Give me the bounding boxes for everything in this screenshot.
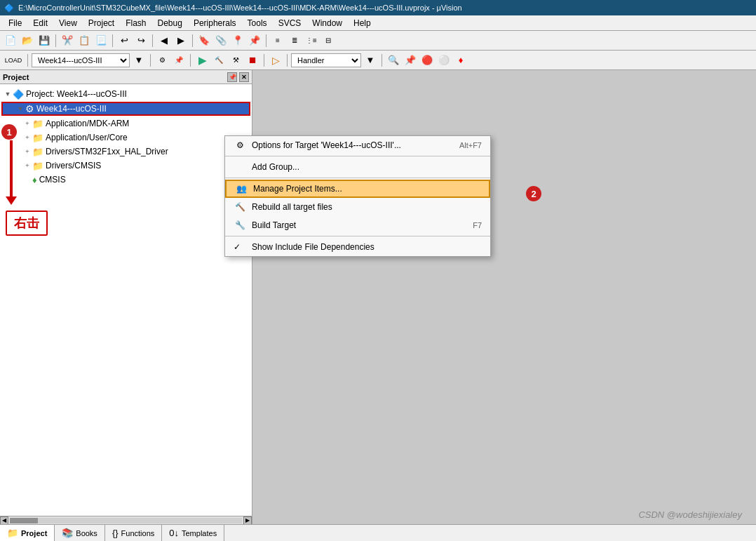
nav-back-btn[interactable]: ◀ (156, 33, 172, 48)
ctx-build[interactable]: 🔧 Build Target F7 (225, 216, 490, 234)
toolbar2: LOAD Week14---ucOS-III ▼ ⚙ 📌 ▶ 🔨 ⚒ ⏹ ▷ H… (0, 51, 756, 70)
save-btn[interactable]: 💾 (36, 33, 52, 48)
project-icon: 🔷 (13, 89, 24, 100)
menu-help[interactable]: Help (348, 17, 377, 29)
bookmark-btn[interactable]: 🔖 (196, 33, 212, 48)
menu-file[interactable]: File (3, 17, 27, 29)
extra-btn2[interactable]: 📌 (403, 53, 418, 68)
handler-arrow-btn[interactable]: ▼ (363, 53, 378, 68)
menu-tools[interactable]: Tools (242, 17, 273, 29)
sep7 (150, 54, 151, 67)
tree-group-2[interactable]: + 📁 Drivers/STM32F1xx_HAL_Driver (0, 145, 252, 159)
scroll-track[interactable] (10, 518, 242, 523)
sep2 (112, 34, 113, 47)
status-tab-books[interactable]: 📚 Books (55, 525, 105, 541)
right-click-label: 右击 (6, 211, 48, 236)
bookmark3-btn[interactable]: 📍 (230, 33, 245, 48)
project-tab-icon: 📁 (7, 528, 18, 538)
handler-dropdown[interactable]: Handler (291, 53, 361, 67)
target-icon: ⚙ (25, 103, 34, 114)
undo-btn[interactable]: ↩ (116, 33, 132, 48)
dropdown-arrow-btn[interactable]: ▼ (131, 53, 147, 68)
ctx-rebuild[interactable]: 🔨 Rebuild all target files (225, 198, 490, 216)
status-tab-project[interactable]: 📁 Project (0, 525, 55, 541)
sep4 (192, 34, 193, 47)
build3-btn[interactable]: ⚒ (228, 53, 243, 68)
menu-project[interactable]: Project (83, 17, 120, 29)
extra-btn3[interactable]: 🔴 (419, 53, 435, 68)
extra-btn5[interactable]: ♦ (453, 53, 468, 68)
annotation-arrow (6, 140, 17, 205)
tree-group-3[interactable]: + 📁 Drivers/CMSIS (0, 159, 252, 173)
functions-tab-icon: {} (112, 528, 119, 538)
build-target-btn[interactable]: ▶ (194, 53, 210, 68)
paste-btn[interactable]: 📃 (93, 33, 109, 48)
debug-start-btn[interactable]: ▷ (268, 53, 283, 68)
target-dropdown[interactable]: Week14---ucOS-III (32, 53, 130, 67)
status-tab-functions[interactable]: {} Functions (105, 525, 162, 541)
folder-icon-1: 📁 (32, 133, 43, 143)
extra-btn4[interactable]: ⚪ (436, 53, 452, 68)
tb-extra1[interactable]: ≡ (270, 33, 285, 48)
menu-window[interactable]: Window (306, 17, 348, 29)
tb-extra3[interactable]: ⋮≡ (304, 33, 319, 48)
tb-extra4[interactable]: ⊟ (320, 33, 336, 48)
tree-group-1[interactable]: + 📁 Application/User/Core (0, 131, 252, 145)
options-icon: ⚙ (234, 139, 246, 152)
sep6 (27, 54, 28, 67)
manage-icon: 👥 (235, 182, 248, 195)
project-scrollbar[interactable]: ◀ ▶ (0, 516, 252, 524)
status-bar: 📁 Project 📚 Books {} Functions 0↓ Templa… (0, 524, 756, 541)
project-panel-title: Project (3, 73, 29, 81)
title-bar: 🔷 E:\MicroControllerUnit\STM32CubeMX_fil… (0, 0, 756, 15)
project-tree: ▼ 🔷 Project: Week14---ucOS-III ▼ ⚙ Week1… (0, 84, 252, 516)
bookmark2-btn[interactable]: 📎 (213, 33, 229, 48)
ctx-options[interactable]: ⚙ Options for Target 'Week14---ucOS-III'… (225, 136, 490, 154)
ctx-add-group[interactable]: Add Group... (225, 158, 490, 176)
stop-btn[interactable]: ⏹ (245, 53, 260, 68)
add-group-icon (234, 161, 246, 173)
tree-root[interactable]: ▼ 🔷 Project: Week14---ucOS-III (0, 87, 252, 101)
new-file-btn[interactable]: 📄 (3, 33, 18, 48)
books-tab-icon: 📚 (62, 528, 73, 538)
menu-flash[interactable]: Flash (120, 17, 151, 29)
pin-panel-btn[interactable]: 📌 (227, 72, 237, 82)
expand-icon: ▼ (3, 91, 13, 98)
extra-btn1[interactable]: 🔍 (386, 53, 401, 68)
open-btn[interactable]: 📂 (20, 33, 35, 48)
app-icon: 🔷 (4, 4, 14, 13)
scroll-right-btn[interactable]: ▶ (243, 516, 252, 525)
scroll-thumb[interactable] (10, 518, 38, 523)
menu-view[interactable]: View (53, 17, 83, 29)
ctx-show-deps[interactable]: ✓ Show Include File Dependencies (225, 238, 490, 256)
status-tab-templates[interactable]: 0↓ Templates (162, 525, 224, 541)
sep9 (264, 54, 264, 67)
target-name: Week14---ucOS-III (36, 104, 107, 114)
redo-btn[interactable]: ↪ (133, 33, 149, 48)
sep10 (287, 54, 288, 67)
cut-btn[interactable]: ✂️ (60, 33, 75, 48)
menu-svcs[interactable]: SVCS (273, 17, 307, 29)
pin-btn[interactable]: 📌 (171, 53, 187, 68)
bookmark4-btn[interactable]: 📌 (247, 33, 262, 48)
tree-target[interactable]: ▼ ⚙ Week14---ucOS-III (1, 102, 250, 116)
load-btn[interactable]: LOAD (3, 53, 24, 68)
build2-btn[interactable]: 🔨 (211, 53, 227, 68)
watermark: CSDN @wodeshijiexialey (638, 509, 742, 520)
tree-group-4[interactable]: ♦ CMSIS (0, 173, 252, 187)
menu-edit[interactable]: Edit (27, 17, 53, 29)
nav-fwd-btn[interactable]: ▶ (173, 33, 189, 48)
group-name-3: Drivers/CMSIS (46, 161, 101, 171)
badge-1: 1 (1, 124, 17, 140)
close-panel-btn[interactable]: ✕ (239, 72, 249, 82)
context-menu: ⚙ Options for Target 'Week14---ucOS-III'… (224, 135, 491, 257)
copy-btn[interactable]: 📋 (76, 33, 92, 48)
menu-peripherals[interactable]: Peripherals (188, 17, 242, 29)
menu-debug[interactable]: Debug (152, 17, 188, 29)
tb-extra2[interactable]: ≣ (287, 33, 302, 48)
ctx-manage[interactable]: 👥 Manage Project Items... (225, 180, 490, 198)
target-options-btn[interactable]: ⚙ (154, 53, 170, 68)
ctx-rebuild-label: Rebuild all target files (252, 202, 332, 212)
scroll-left-btn[interactable]: ◀ (0, 516, 8, 525)
tree-group-0[interactable]: + 📁 Application/MDK-ARM (0, 116, 252, 131)
